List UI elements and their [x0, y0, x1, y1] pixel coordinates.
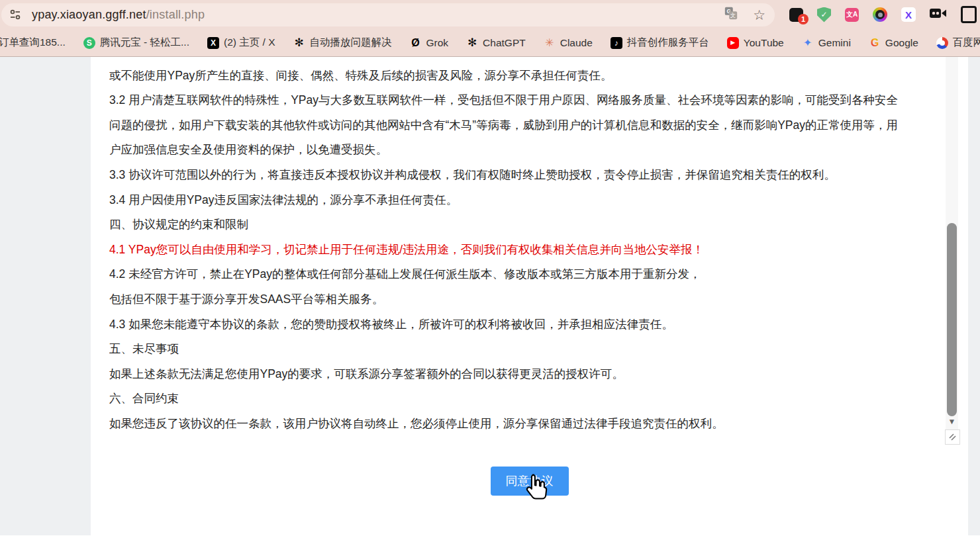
- agreement-line-warning: 4.1 YPay您可以自由使用和学习，切记禁止用于任何违规/违法用途，否则我们有…: [109, 238, 935, 263]
- bookmark-item[interactable]: ØGrok: [410, 37, 449, 49]
- agreement-line: 3.2 用户清楚互联网软件的特殊性，YPay与大多数互联网软件一样，受包括但不限…: [109, 88, 935, 113]
- bookmark-item[interactable]: ✦Gemini: [802, 37, 851, 49]
- agreement-line: 包括但不限于基于源分享开发SAAS平台等相关服务。: [109, 287, 935, 312]
- baidu-pan-favicon-icon: [936, 37, 948, 49]
- agreement-line: 或不能使用YPay所产生的直接、间接、偶然、特殊及后续的损害及风险，源分享不承担…: [109, 64, 935, 89]
- tencent-yuanbao-favicon-icon: S: [83, 37, 95, 49]
- agreement-line: 六、合同约束: [109, 386, 935, 412]
- camera-gradient-icon[interactable]: [873, 7, 887, 22]
- agreement-text-area[interactable]: 3.1 YPay不保证：YPay适合用户的使用要求；YPay不受干扰、及时、安全…: [109, 57, 935, 447]
- bookmark-item[interactable]: S腾讯元宝 - 轻松工...: [83, 36, 189, 50]
- agreement-line: 问题的侵扰，如用户下载安装的其他软件或访问的其他网站中含有“木马”等病毒，威胁到…: [109, 113, 935, 138]
- bookmarks-bar: 订单查询185...S腾讯元宝 - 轻松工...X(2) 主页 / X✻自动播放…: [0, 29, 980, 57]
- bookmark-label: ChatGPT: [483, 37, 526, 49]
- claude-favicon-icon: ✳: [544, 37, 556, 49]
- translate-icon[interactable]: G 文: [724, 6, 738, 23]
- browser-chrome: ypay.xiaoyan.ggff.net/install.php G 文 ☆ …: [0, 0, 980, 57]
- youtube-favicon-icon: ▶: [727, 37, 739, 49]
- scrollbar-down-arrow-icon[interactable]: ▼: [947, 418, 957, 425]
- agreement-line: 四、协议规定的约束和限制: [109, 212, 935, 238]
- browser-toolbar: ypay.xiaoyan.ggff.net/install.php G 文 ☆ …: [0, 0, 980, 29]
- bookmark-item[interactable]: GGoogle: [869, 37, 918, 49]
- agreement-line: 如果您违反了该协议的任一条款，该用户协议将自动终止，您必须停止使用，源分享保留通…: [109, 412, 935, 437]
- bookmark-star-icon[interactable]: ☆: [753, 8, 765, 22]
- bookmark-label: 腾讯元宝 - 轻松工...: [100, 36, 189, 50]
- agreement-card: 3.1 YPay不保证：YPay适合用户的使用要求；YPay不受干扰、及时、安全…: [91, 57, 968, 535]
- google-favicon-icon: G: [869, 37, 881, 49]
- agreement-line: 4.2 未经官方许可，禁止在YPay的整体或任何部分基础上发展任何派生版本、修改…: [109, 262, 935, 287]
- adguard-shield-icon[interactable]: ✓: [817, 7, 831, 22]
- bookmark-label: YouTube: [744, 37, 784, 49]
- site-settings-tune-icon[interactable]: [7, 6, 24, 23]
- bookmark-label: 抖音创作服务平台: [627, 36, 709, 50]
- extension-badge: 1: [798, 14, 808, 24]
- agreement-line: 五、未尽事项: [109, 337, 935, 362]
- url-path: /install.php: [146, 8, 205, 21]
- bookmark-label: (2) 主页 / X: [224, 36, 275, 50]
- scrollbar-thumb[interactable]: [947, 223, 957, 416]
- agreement-line: 3.3 协议许可范围以外的行为，将直接违反本授权协议并构成侵权，我们有权随时终止…: [109, 163, 935, 188]
- extension-dark-icon[interactable]: 1: [789, 8, 803, 22]
- agreement-line: 户应加强信息安全及使用资料的保护，以免遭受损失。: [109, 138, 935, 163]
- bookmark-label: Gemini: [818, 37, 851, 49]
- bookmark-label: Claude: [560, 37, 593, 49]
- openai-favicon-icon: ✻: [466, 37, 478, 49]
- page-background: 3.1 YPay不保证：YPay适合用户的使用要求；YPay不受干扰、及时、安全…: [0, 57, 980, 535]
- bookmark-label: Google: [885, 37, 918, 49]
- tiktok-favicon-icon: ♪: [611, 37, 622, 49]
- agreement-line: 3.1 YPay不保证：YPay适合用户的使用要求；YPay不受干扰、及时、安全…: [109, 57, 935, 64]
- grok-favicon-icon: Ø: [410, 37, 422, 49]
- immersive-translate-icon[interactable]: 文A: [845, 8, 859, 22]
- bookmark-label: 百度网盘: [953, 36, 980, 50]
- agreement-line: 4.3 如果您未能遵守本协议的条款，您的赞助授权将被终止，所被许可的权利将被收回…: [109, 312, 935, 337]
- bookmark-item[interactable]: 百度网盘: [936, 36, 980, 50]
- bookmark-item[interactable]: ✳Claude: [544, 37, 593, 49]
- agree-button[interactable]: 同意协议: [491, 467, 569, 496]
- bookmark-label: Grok: [426, 37, 449, 49]
- svg-text:文: 文: [730, 13, 736, 19]
- bookmark-item[interactable]: ▶YouTube: [727, 37, 784, 49]
- bookmark-item[interactable]: X(2) 主页 / X: [207, 36, 275, 50]
- bookmark-item[interactable]: ♪抖音创作服务平台: [611, 36, 709, 50]
- agreement-line: 3.4 用户因使用YPay违反国家法律法规的，源分享不承担任何责任。: [109, 188, 935, 213]
- url-text[interactable]: ypay.xiaoyan.ggff.net/install.php: [32, 8, 205, 22]
- x-favicon-icon: X: [207, 37, 219, 49]
- openai-favicon-icon: ✻: [293, 37, 305, 49]
- bookmark-item[interactable]: ✻自动播放问题解决: [293, 36, 392, 50]
- bookmark-item[interactable]: 订单查询185...: [0, 36, 66, 50]
- url-host: ypay.xiaoyan.ggff.net: [32, 8, 146, 21]
- resize-grip-icon[interactable]: [945, 429, 960, 445]
- extension-icons: 1 ✓ 文A X: [789, 6, 967, 23]
- clipboard-icon[interactable]: [961, 6, 977, 23]
- x-extension-icon[interactable]: X: [901, 7, 916, 22]
- agreement-text: 3.1 YPay不保证：YPay适合用户的使用要求；YPay不受干扰、及时、安全…: [109, 57, 935, 437]
- video-camera-icon[interactable]: [930, 7, 947, 22]
- bookmark-item[interactable]: ✻ChatGPT: [466, 37, 526, 49]
- bookmark-label: 自动播放问题解决: [310, 36, 392, 50]
- agreement-line: 如果上述条款无法满足您使用YPay的要求，可联系源分享签署额外的合同以获得更灵活…: [109, 362, 935, 387]
- address-bar[interactable]: ypay.xiaoyan.ggff.net/install.php G 文 ☆: [1, 3, 775, 26]
- bookmark-label: 订单查询185...: [0, 36, 66, 50]
- gemini-favicon-icon: ✦: [802, 37, 814, 49]
